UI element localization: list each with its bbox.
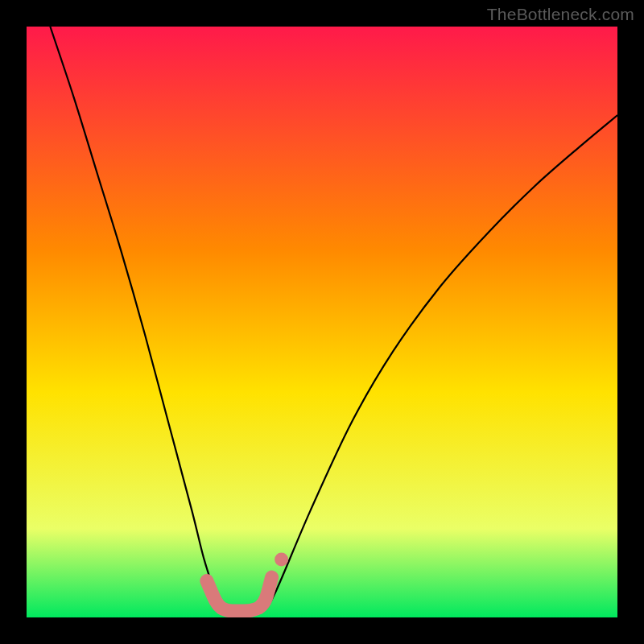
svg-point-0 [275, 553, 288, 567]
gradient-background [27, 27, 617, 617]
chart-svg [27, 27, 617, 617]
plot-area [27, 27, 617, 617]
chart-container: TheBottleneck.com [0, 0, 644, 644]
watermark-text: TheBottleneck.com [487, 5, 634, 24]
